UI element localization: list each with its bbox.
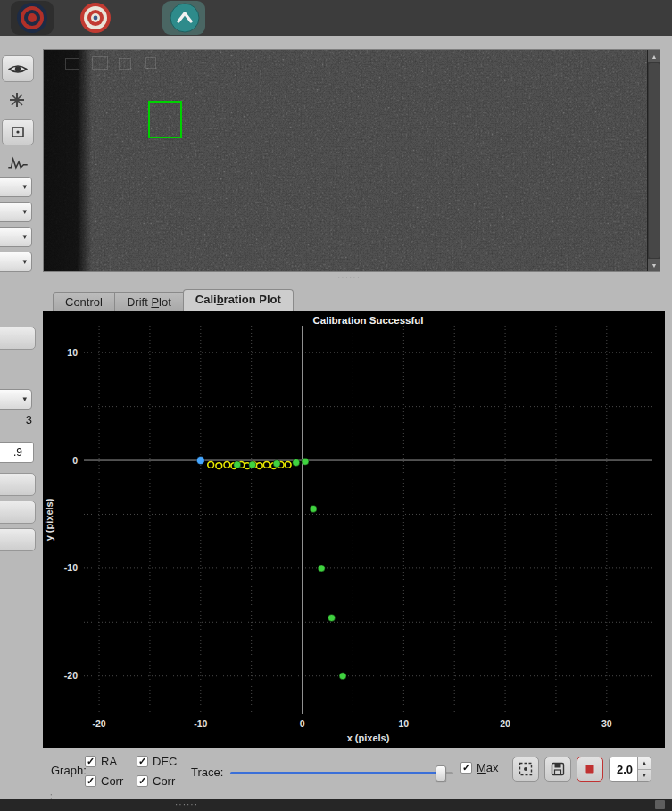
graph-label: Graph:: [51, 764, 87, 777]
sparkle-icon: [9, 92, 25, 108]
scroll-up-icon: ▲: [651, 54, 658, 60]
dropdown-arrow-icon: ▾: [22, 208, 27, 216]
spinner-steps: ▲ ▼: [637, 757, 651, 781]
sidebar-partial-button[interactable]: [0, 528, 36, 551]
target-red-icon: [79, 2, 112, 34]
starfield-image: [44, 50, 649, 271]
scroll-up-button[interactable]: ▲: [648, 50, 660, 62]
tab-calibration-plot[interactable]: Calibration Plot: [183, 289, 294, 312]
stop-icon: [582, 761, 598, 777]
slider-track: [230, 772, 453, 774]
trace-slider[interactable]: [230, 765, 453, 780]
calibration-plot-panel: -20-100102030100-10-20Calibration Succes…: [43, 311, 665, 748]
tab-drift-plot[interactable]: Drift Plot: [114, 292, 183, 312]
status-bar: ······: [0, 799, 672, 811]
checkbox-dec[interactable]: ✓ DEC: [137, 755, 177, 768]
checkbox-box: ✓: [85, 775, 96, 787]
svg-text:10: 10: [67, 347, 78, 358]
dropdown-arrow-icon: ▾: [22, 233, 27, 241]
svg-text:30: 30: [601, 718, 612, 729]
calibration-plot: -20-100102030100-10-20Calibration Succes…: [43, 311, 665, 748]
checkbox-box: ✓: [137, 775, 148, 787]
save-graph-button[interactable]: [544, 757, 571, 782]
guide-button[interactable]: [168, 1, 202, 35]
stop-button[interactable]: [577, 757, 603, 782]
spinner-down-icon[interactable]: ▼: [638, 770, 651, 782]
sidebar-partial-button[interactable]: [0, 327, 36, 350]
checkbox-ra[interactable]: ✓ RA: [85, 755, 117, 768]
frame-icon: [11, 125, 25, 139]
svg-text:-10: -10: [64, 562, 78, 573]
main-toolbar: [0, 0, 672, 36]
svg-text:0: 0: [300, 718, 305, 729]
sidebar-eye-button[interactable]: [2, 55, 34, 82]
overlay-marker: [92, 56, 108, 70]
sidebar-dropdown-2[interactable]: ▾: [0, 202, 32, 222]
image-dark-band: [44, 50, 92, 271]
star-selection-box: [148, 101, 182, 138]
scrollbar-thumb[interactable]: [649, 63, 660, 258]
scale-spinner[interactable]: 2.0 ▲ ▼: [609, 757, 651, 782]
checkbox-box: ✓: [85, 756, 96, 767]
dropdown-arrow-icon: ▾: [22, 395, 27, 403]
checkbox-box: ✓: [137, 756, 148, 767]
svg-text:x (pixels): x (pixels): [347, 732, 390, 743]
svg-text:-20: -20: [92, 718, 105, 729]
sidebar-frame-button[interactable]: [2, 119, 34, 145]
checkbox-box: ✓: [460, 762, 472, 774]
splitter-handle-top[interactable]: ······: [337, 275, 361, 280]
checkbox-ra-corr[interactable]: ✓ Corr: [85, 774, 123, 788]
overlay-marker: [119, 58, 131, 70]
trace-label: Trace:: [191, 765, 223, 779]
slider-thumb[interactable]: [436, 765, 446, 782]
check-icon: ✓: [462, 763, 470, 773]
guide-up-arrow-icon: [169, 2, 201, 34]
save-icon: [550, 761, 566, 777]
tab-bar: Control Drift Plot Calibration Plot: [53, 289, 294, 312]
target-dark-icon: [16, 2, 48, 34]
check-icon: ✓: [138, 776, 146, 786]
sidebar-partial-button[interactable]: [0, 473, 36, 496]
svg-text:Calibration Successful: Calibration Successful: [313, 315, 424, 326]
sidebar-histogram-button[interactable]: [5, 153, 30, 171]
resize-grip[interactable]: [655, 800, 665, 809]
sidebar-dropdown-1[interactable]: ▾: [0, 177, 32, 197]
check-icon: ✓: [87, 757, 95, 766]
sidebar-dropdown-5[interactable]: ▾: [0, 389, 32, 410]
sidebar-value-field[interactable]: .9: [0, 442, 34, 463]
overlay-marker: [65, 58, 79, 70]
checkbox-max[interactable]: ✓ Max: [460, 761, 499, 774]
svg-text:-20: -20: [64, 670, 78, 681]
svg-text:y (pixels): y (pixels): [44, 498, 54, 541]
sidebar-dropdown-4[interactable]: ▾: [0, 252, 32, 272]
target-red-button[interactable]: [79, 1, 112, 35]
overlay-marker: [145, 57, 156, 69]
svg-text:10: 10: [398, 718, 409, 729]
check-icon: ✓: [87, 776, 95, 786]
auto-select-star-button[interactable]: [512, 757, 539, 782]
dropdown-arrow-icon: ▾: [22, 183, 27, 191]
sidebar-sparkle-button[interactable]: [7, 90, 27, 110]
sidebar-value-top: 3: [9, 413, 32, 426]
scale-value: 2.0: [610, 757, 637, 781]
sidebar-dropdown-3[interactable]: ▾: [0, 227, 32, 247]
dropdown-arrow-icon: ▾: [22, 258, 27, 266]
auto-select-star-icon: [518, 761, 534, 777]
image-vertical-scrollbar[interactable]: ▲ ▼: [647, 50, 660, 271]
svg-text:-10: -10: [194, 718, 207, 729]
guide-camera-view[interactable]: ▲ ▼: [43, 49, 660, 272]
check-icon: ✓: [138, 757, 146, 766]
tab-control[interactable]: Control: [53, 292, 114, 312]
checkbox-dec-corr[interactable]: ✓ Corr: [137, 774, 175, 788]
svg-text:0: 0: [72, 455, 78, 466]
scroll-down-icon: ▼: [651, 262, 658, 269]
eye-icon: [8, 62, 28, 76]
splitter-handle-bottom[interactable]: ······: [175, 802, 198, 807]
svg-text:20: 20: [500, 718, 510, 729]
target-dark-button[interactable]: [15, 1, 49, 35]
waveform-icon: [7, 156, 29, 170]
scroll-down-button[interactable]: ▼: [648, 259, 660, 271]
sidebar-value-bottom: .9: [13, 446, 22, 459]
sidebar-partial-button[interactable]: [0, 501, 36, 524]
spinner-up-icon[interactable]: ▲: [638, 757, 651, 770]
